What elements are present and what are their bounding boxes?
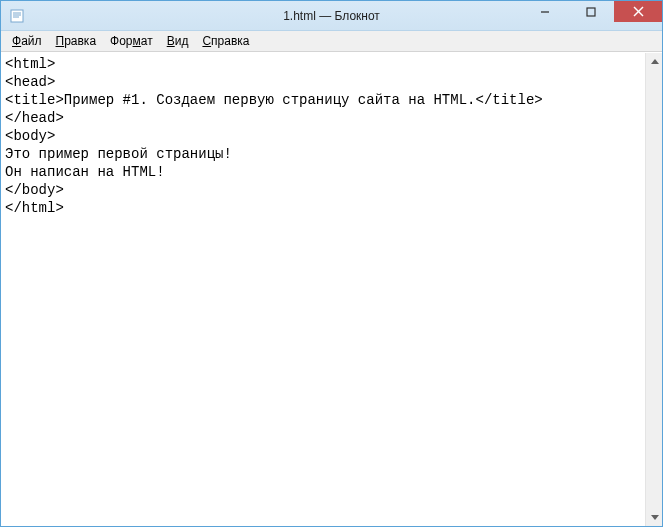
- close-button[interactable]: [614, 1, 662, 22]
- editor-area: <html> <head> <title>Пример #1. Создаем …: [1, 52, 662, 526]
- app-icon: [9, 8, 25, 24]
- close-icon: [633, 6, 644, 17]
- text-editor[interactable]: <html> <head> <title>Пример #1. Создаем …: [1, 53, 645, 526]
- minimize-icon: [540, 7, 550, 17]
- maximize-button[interactable]: [568, 1, 614, 22]
- svg-rect-0: [11, 10, 23, 22]
- vertical-scrollbar[interactable]: [645, 53, 662, 526]
- svg-rect-5: [587, 8, 595, 16]
- titlebar[interactable]: 1.html — Блокнот: [1, 1, 662, 31]
- menu-help[interactable]: Справка: [195, 32, 256, 50]
- scroll-down-icon[interactable]: [646, 509, 663, 526]
- notepad-window: 1.html — Блокнот Файл Правка Фо: [0, 0, 663, 527]
- menu-view[interactable]: Вид: [160, 32, 196, 50]
- menu-file[interactable]: Файл: [5, 32, 49, 50]
- scroll-up-icon[interactable]: [646, 53, 663, 70]
- menubar: Файл Правка Формат Вид Справка: [1, 31, 662, 52]
- minimize-button[interactable]: [522, 1, 568, 22]
- window-controls: [522, 1, 662, 30]
- maximize-icon: [586, 7, 596, 17]
- menu-edit[interactable]: Правка: [49, 32, 104, 50]
- menu-format[interactable]: Формат: [103, 32, 160, 50]
